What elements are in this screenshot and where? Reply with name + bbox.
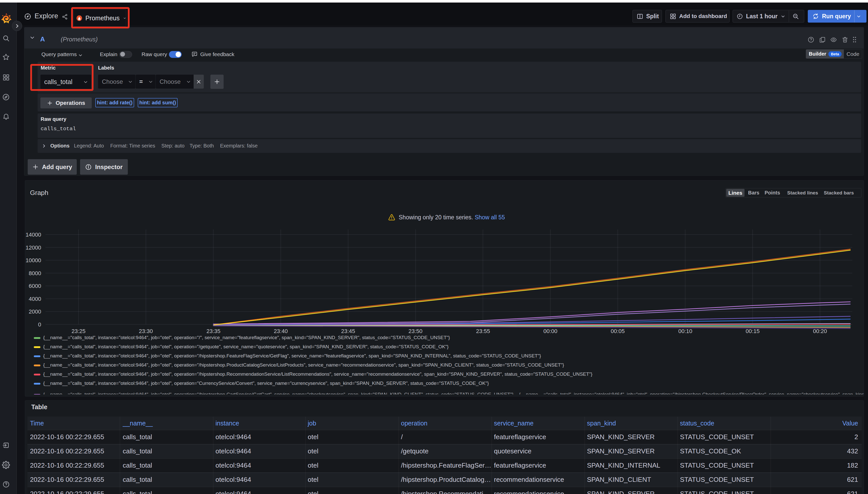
svg-text:23:50: 23:50 [408, 328, 422, 334]
svg-text:4000: 4000 [29, 296, 41, 302]
svg-text:23:30: 23:30 [139, 328, 153, 334]
svg-text:10000: 10000 [26, 257, 41, 264]
svg-text:2000: 2000 [29, 308, 41, 315]
svg-text:0: 0 [38, 321, 41, 328]
svg-text:00:10: 00:10 [678, 328, 692, 334]
svg-text:00:05: 00:05 [611, 328, 625, 334]
svg-text:00:15: 00:15 [745, 328, 759, 334]
svg-text:23:35: 23:35 [206, 328, 220, 334]
svg-text:23:25: 23:25 [71, 328, 85, 334]
svg-text:00:20: 00:20 [813, 328, 827, 334]
svg-text:00:00: 00:00 [543, 328, 557, 334]
svg-text:23:55: 23:55 [476, 328, 490, 334]
svg-text:12000: 12000 [26, 245, 41, 251]
svg-text:14000: 14000 [26, 231, 41, 238]
svg-text:23:45: 23:45 [341, 328, 355, 334]
svg-text:8000: 8000 [29, 270, 41, 277]
svg-text:23:40: 23:40 [274, 328, 288, 334]
svg-text:6000: 6000 [29, 283, 41, 289]
